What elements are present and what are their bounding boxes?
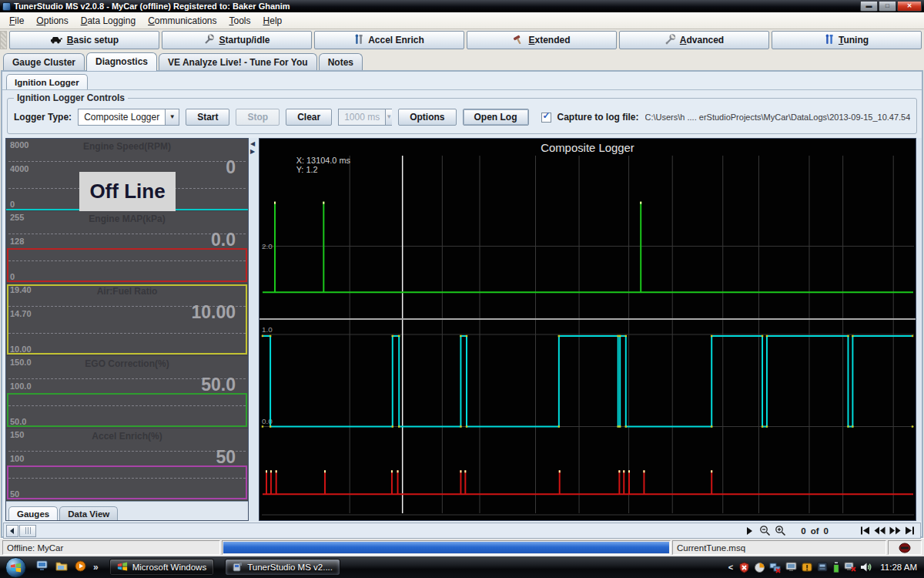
data-point-marker — [625, 335, 627, 337]
skip-first-icon — [860, 526, 870, 535]
toolbar-button-tuning[interactable]: Tuning — [772, 31, 922, 49]
data-point-marker — [398, 425, 400, 427]
display-icon[interactable] — [785, 562, 798, 573]
minimize-button[interactable]: ▬ — [860, 2, 878, 12]
tab-data-view[interactable]: Data View — [59, 506, 118, 520]
ecu-status-cell — [888, 540, 922, 555]
toolbar-button-extended[interactable]: Extended — [467, 31, 617, 49]
menu-item-communications[interactable]: Communications — [142, 13, 223, 29]
toolbar-button-basic-setup[interactable]: Basic setup — [9, 31, 159, 49]
security-alert-icon[interactable] — [738, 562, 750, 573]
level-label-1-0: 1.0 — [262, 325, 273, 334]
media-player-icon[interactable] — [75, 560, 86, 575]
current-tune-file: CurrentTune.msq — [672, 540, 886, 555]
taskbar-button-tunerstudio-ms-v2-[interactable]: TunerStudio MS v2.... — [225, 559, 340, 576]
gauge-gridline — [8, 161, 246, 162]
menu-item-help[interactable]: Help — [257, 13, 289, 29]
progress-cell — [222, 540, 671, 555]
chart-canvas[interactable]: Composite LoggerX: 13104.0 msY: 1.22.01.… — [259, 139, 916, 520]
show-desktop-icon[interactable] — [36, 560, 49, 575]
logger-type-combo[interactable]: Composite Logger ▼ — [78, 109, 179, 126]
chevron-down-icon[interactable]: ▼ — [385, 109, 392, 125]
warning-icon[interactable] — [802, 562, 813, 573]
data-point-marker — [619, 335, 621, 337]
scrollbar-thumb[interactable] — [19, 525, 36, 537]
tab-gauge-cluster[interactable]: Gauge Cluster — [3, 53, 85, 70]
close-button[interactable]: ✕ — [897, 2, 922, 12]
tray-expand-chevron[interactable]: < — [728, 563, 733, 572]
last-page-button[interactable] — [905, 526, 915, 535]
volume-icon[interactable] — [860, 562, 872, 573]
gauge-range-box — [7, 248, 247, 282]
composite-logger-chart[interactable]: Composite LoggerX: 13104.0 msY: 1.22.01.… — [259, 138, 916, 521]
gauge-gridline — [8, 234, 246, 234]
maximize-button[interactable]: □ — [879, 2, 896, 12]
toolbar-button-accel-enrich[interactable]: Accel Enrich — [314, 31, 464, 49]
taskbar-clock[interactable]: 11:28 AM — [880, 563, 917, 572]
magnifier-minus-icon — [759, 525, 771, 536]
system-tray: < 11:28 AM — [728, 562, 924, 573]
interval-combo[interactable]: 1000 ms ▼ — [338, 109, 392, 126]
gauge-tick: 255 — [10, 213, 24, 222]
next-page-button[interactable] — [889, 526, 901, 535]
options-button[interactable]: Options — [398, 109, 456, 126]
capture-log-checkbox[interactable]: ✓ — [541, 113, 551, 123]
gauge-tick: 100 — [10, 454, 24, 463]
explorer-icon[interactable] — [55, 560, 69, 575]
scroll-left-button[interactable] — [6, 525, 18, 537]
chevron-down-icon[interactable]: ▼ — [165, 109, 179, 125]
wrench-icon — [665, 34, 675, 47]
start-button[interactable]: Start — [186, 109, 229, 126]
toolbar-button-startup-idle[interactable]: Startup/idle — [162, 31, 312, 49]
no-communication-icon — [899, 543, 911, 553]
chart-right-scrollbar[interactable] — [916, 138, 922, 521]
tab-gauges[interactable]: Gauges — [8, 506, 58, 520]
tab-ignition-logger[interactable]: Ignition Logger — [6, 74, 88, 89]
clear-button[interactable]: Clear — [286, 109, 332, 126]
start-orb[interactable] — [5, 557, 26, 578]
quick-launch-bar — [36, 560, 86, 575]
triangle-left-icon — [9, 528, 15, 534]
data-point-marker — [262, 335, 263, 337]
first-page-button[interactable] — [860, 526, 870, 535]
open-log-button[interactable]: Open Log — [463, 109, 529, 126]
tab-diagnostics[interactable]: Diagnostics — [86, 52, 157, 71]
sync-problem-icon[interactable] — [769, 562, 782, 573]
main-tab-strip: Gauge ClusterDiagnosticsVE Analyze Live!… — [0, 51, 924, 70]
menu-item-tools[interactable]: Tools — [223, 13, 257, 29]
gauge-title: EGO Correction(%) — [6, 358, 248, 369]
cursor-y-readout: Y: 1.2 — [296, 165, 318, 174]
stop-button[interactable]: Stop — [236, 109, 280, 126]
app-tray-icon[interactable] — [817, 562, 829, 573]
update-icon[interactable] — [754, 562, 765, 573]
gauge-tick: 128 — [10, 237, 24, 246]
collapse-left-icon[interactable]: ◀ — [250, 141, 255, 147]
tab-notes[interactable]: Notes — [319, 53, 363, 70]
menu-item-options[interactable]: Options — [30, 13, 74, 29]
battery-icon[interactable] — [832, 562, 840, 573]
data-point-marker — [558, 335, 560, 337]
scroll-right-button[interactable] — [746, 527, 753, 535]
prev-page-button[interactable] — [874, 526, 886, 535]
toolbar-drag-handle[interactable] — [0, 31, 7, 49]
data-point-marker — [392, 335, 393, 337]
toolbar-button-advanced[interactable]: Advanced — [619, 31, 769, 49]
fast-forward-icon — [889, 526, 901, 535]
zoom-out-button[interactable] — [759, 525, 771, 536]
taskbar-button-microsoft-windows[interactable]: Microsoft Windows — [109, 559, 215, 576]
toolbar-button-label: Advanced — [680, 35, 724, 45]
network-error-icon[interactable] — [844, 562, 856, 573]
zoom-in-button[interactable] — [775, 525, 786, 536]
menu-item-file[interactable]: File — [3, 13, 30, 29]
expand-right-icon[interactable]: ▶ — [250, 149, 255, 155]
magnifier-plus-icon — [775, 525, 786, 536]
quick-launch-overflow[interactable]: » — [93, 562, 99, 573]
menu-item-data-logging[interactable]: Data Logging — [75, 13, 142, 29]
gauge-title: Engine MAP(kPa) — [6, 213, 248, 224]
tab-ve-analyze-live-tune-for-you[interactable]: VE Analyze Live! - Tune For You — [159, 53, 317, 70]
split-pane-divider[interactable]: ◀ ▶ — [249, 138, 259, 521]
ignition-logger-controls-group: Ignition Logger Controls Logger Type: Co… — [7, 98, 917, 134]
data-point-marker — [852, 425, 853, 427]
log-file-path: C:\Users\h .... erStudioProjects\MyCar\D… — [645, 113, 911, 122]
diagnostics-panel: Ignition Logger Ignition Logger Controls… — [1, 70, 923, 538]
